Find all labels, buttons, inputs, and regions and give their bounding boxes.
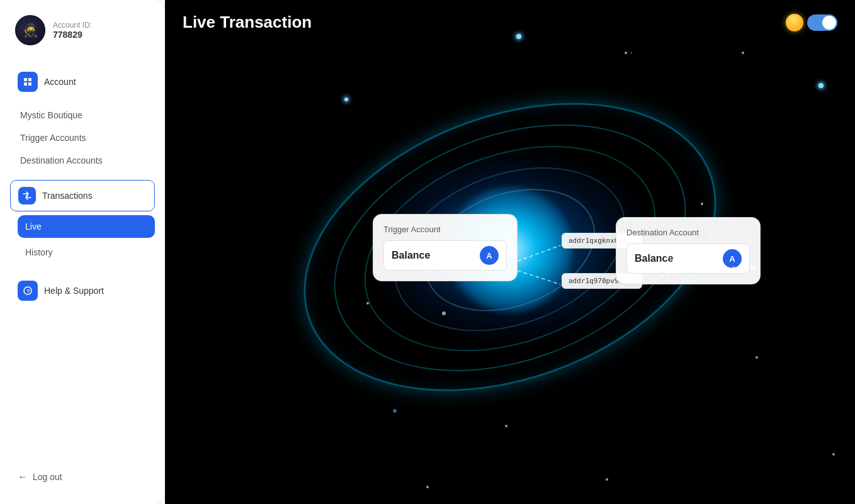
live-label: Live <box>25 221 42 232</box>
trigger-accounts-label: Trigger Accounts <box>20 133 86 143</box>
trigger-card-title: Trigger Account <box>383 225 507 234</box>
account-icon <box>23 77 33 87</box>
svg-rect-3 <box>28 82 31 86</box>
dest-balance-row: Balance A <box>626 244 750 274</box>
avatar: 🥷 <box>15 15 45 45</box>
star <box>742 52 744 54</box>
star <box>701 203 703 205</box>
dest-algo-icon: A <box>723 249 742 268</box>
destination-accounts-label: Destination Accounts <box>20 155 103 165</box>
star <box>625 52 627 54</box>
theme-toggle[interactable] <box>807 14 837 31</box>
logout-button[interactable]: ← Log out <box>10 465 155 489</box>
dest-balance-label: Balance <box>635 253 673 264</box>
nav-item-trigger-accounts[interactable]: Trigger Accounts <box>13 127 155 148</box>
account-icon-wrap <box>18 72 38 92</box>
profile-section: 🥷 Account ID: 778829 <box>10 15 155 45</box>
transactions-icon-wrap <box>18 187 36 204</box>
account-id-label: Account ID: <box>53 21 92 30</box>
dest-card-title: Destination Account <box>626 228 750 237</box>
logout-arrow-icon: ← <box>18 471 28 483</box>
star <box>442 311 446 315</box>
main-header: Live Transaction <box>165 0 855 45</box>
nav-item-mystic[interactable]: Mystic Boutique <box>13 104 155 126</box>
account-nav-label: Account <box>44 77 76 87</box>
star <box>426 486 429 488</box>
help-label: Help & Support <box>44 286 104 296</box>
nav-item-live[interactable]: Live <box>18 215 155 238</box>
account-id-value: 778829 <box>53 30 92 40</box>
nav-item-history[interactable]: History <box>18 242 155 263</box>
trigger-balance-label: Balance <box>392 250 430 261</box>
nav-item-transactions[interactable]: Transactions <box>10 180 155 211</box>
page-title: Live Transaction <box>183 13 312 32</box>
star <box>756 356 758 359</box>
mystic-label: Mystic Boutique <box>20 110 82 120</box>
star <box>366 302 369 305</box>
trigger-algo-icon: A <box>480 246 499 265</box>
sun-moon-icon <box>786 14 803 31</box>
nav-item-destination-accounts[interactable]: Destination Accounts <box>13 150 155 171</box>
transactions-icon <box>22 191 32 201</box>
trigger-balance-row: Balance A <box>383 240 507 271</box>
nav-item-account[interactable]: Account <box>10 65 155 98</box>
star <box>393 409 397 413</box>
svg-rect-2 <box>24 82 27 86</box>
svg-rect-1 <box>28 78 31 81</box>
star <box>606 478 608 481</box>
trigger-account-card: Trigger Account Balance A <box>373 214 518 281</box>
transactions-nav-label: Transactions <box>42 191 93 201</box>
toggle-knob <box>822 16 836 30</box>
help-icon-wrap: ? <box>18 281 38 301</box>
nav-section: Account Mystic Boutique Trigger Accounts… <box>10 65 155 465</box>
history-label: History <box>25 247 53 257</box>
svg-rect-0 <box>24 78 27 81</box>
star <box>631 52 632 53</box>
star <box>832 453 835 456</box>
star <box>505 425 507 427</box>
toggle-wrap[interactable] <box>786 14 837 31</box>
help-icon: ? <box>23 286 33 296</box>
main-content: Live Transaction Trigger Account Balance… <box>165 0 855 504</box>
svg-text:?: ? <box>26 288 30 294</box>
nav-item-help[interactable]: ? Help & Support <box>10 274 155 307</box>
star <box>344 98 348 101</box>
destination-account-card: Destination Account Balance A <box>616 217 761 284</box>
star <box>818 83 824 88</box>
logout-label: Log out <box>33 472 62 482</box>
sidebar: 🥷 Account ID: 778829 Account Mystic Bout <box>0 0 165 504</box>
